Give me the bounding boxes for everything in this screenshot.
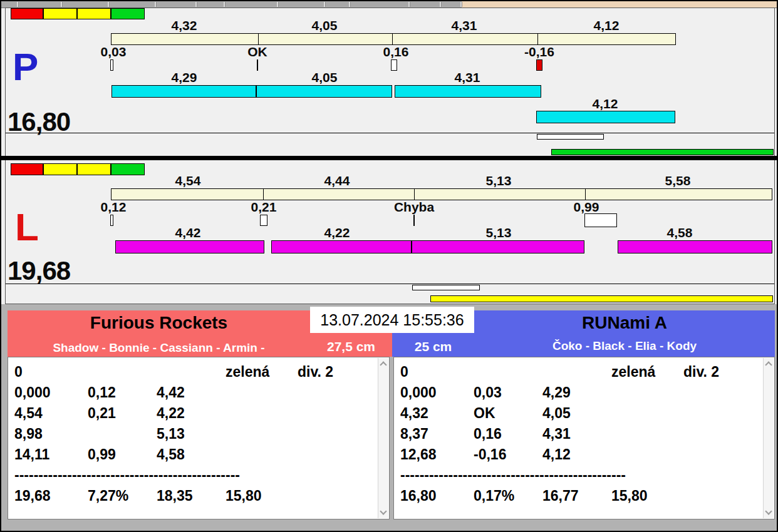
lane-L-run-time-label: 4,22 [324, 226, 350, 239]
lane-P-progress-bar [551, 149, 774, 155]
lane-L-split-time-label: 4,44 [324, 174, 350, 187]
lane-P-run-time-label: 4,05 [312, 71, 338, 84]
scroll-up-icon[interactable] [380, 361, 386, 368]
lane-P-run-bar [112, 85, 256, 98]
lane-L-deviation-label: 0,12 [101, 200, 127, 213]
lane-L-deviation-mark [413, 215, 415, 226]
log-cell: ----------------------------------------… [14, 468, 240, 483]
log-cell: 15,80 [226, 489, 262, 503]
lane-P-split-time-label: 4,32 [172, 19, 197, 32]
team-right-dogs: Čoko - Black - Elia - Kody [474, 340, 775, 352]
lane-L-run-bar [271, 240, 412, 253]
lane-L-status-square [11, 163, 43, 175]
lane-L-baseline [6, 284, 774, 284]
log-cell: 0 [400, 365, 408, 379]
lane-P-deviation-label: 0,03 [101, 45, 127, 58]
scale-tick [392, 34, 393, 44]
log-cell: 4,58 [157, 448, 185, 462]
scroll-up-icon[interactable] [765, 361, 772, 368]
lane-P-split-time-label: 4,05 [312, 19, 338, 32]
lane-L-run-bar [412, 240, 584, 253]
lane-L-split-time-label: 4,54 [175, 174, 201, 187]
lane-L-marker-outline [412, 285, 480, 290]
lane-P-run-time-label: 4,31 [455, 71, 480, 84]
lane-L-deviation-mark [260, 215, 267, 226]
lane-L-deviation-label: 0,21 [251, 200, 277, 213]
top-strip-divider [324, 2, 326, 7]
scale-tick [414, 189, 415, 200]
log-cell: 4,31 [542, 427, 571, 441]
scale-tick [258, 34, 259, 44]
lane-P-split-scale-bar [111, 33, 676, 45]
team-left-log[interactable]: 0zelenádiv. 20,0000,124,424,540,214,228,… [8, 357, 390, 519]
log-cell: 4,54 [14, 406, 43, 421]
lane-L-split-scale-bar [111, 188, 772, 200]
top-strip-divider [277, 2, 279, 7]
scroll-down-icon[interactable] [380, 508, 386, 514]
top-strip-divider [108, 2, 110, 7]
log-scrollbar[interactable] [763, 358, 774, 518]
log-cell: 7,27% [88, 489, 128, 503]
lane-L-split-time-label: 5,13 [486, 174, 512, 187]
log-cell: 15,80 [611, 489, 648, 503]
log-cell: 0,000 [400, 386, 437, 400]
lane-P-deviation-mark [536, 59, 542, 71]
team-right-name: RUNami A [474, 314, 775, 332]
scale-tick [263, 189, 264, 200]
log-cell: 0,03 [474, 386, 502, 400]
top-strip-divider [408, 2, 410, 7]
lane-P-split-time-label: 4,31 [452, 19, 477, 32]
lane-P-run-bar [536, 111, 675, 123]
lane-P-total-time: 16,80 [8, 110, 70, 135]
lane-P-status-square [43, 8, 77, 19]
top-strip-tan-segment [462, 1, 777, 8]
app-window: 4,324,054,314,120,03OK0,16-0,164,294,054… [0, 0, 778, 532]
team-right-jump-height: 25 cm [392, 340, 474, 353]
lane-L-total-time: 19,68 [8, 259, 70, 284]
lane-L-run-bar [618, 240, 772, 253]
log-cell: div. 2 [683, 365, 719, 379]
log-cell: 4,32 [400, 406, 428, 421]
top-strip-divider [195, 2, 197, 7]
log-cell: OK [474, 406, 495, 421]
team-left-dogs: Shadow - Bonnie - Cassiann - Armin - [8, 342, 310, 354]
log-cell: 14,11 [14, 448, 49, 462]
log-cell: 0,000 [14, 386, 51, 400]
lane-L-deviation-label: Chyba [394, 200, 434, 213]
log-cell: 0,12 [88, 386, 116, 400]
lane-L-run-time-label: 4,42 [175, 226, 201, 239]
log-cell: 5,13 [157, 427, 185, 441]
lane-P-split-time-label: 4,12 [594, 19, 620, 32]
top-strip-divider [61, 2, 63, 7]
log-cell: -0,16 [474, 448, 506, 462]
log-scrollbar[interactable] [378, 358, 388, 518]
lane-P-baseline [6, 133, 774, 133]
log-cell: zelená [611, 365, 655, 379]
lane-P-deviation-mark [257, 59, 258, 71]
lane-L-status-square [111, 163, 145, 175]
scroll-down-icon[interactable] [765, 508, 772, 514]
log-cell: 4,22 [157, 406, 185, 421]
team-right-log[interactable]: 0zelenádiv. 20,0000,034,294,32OK4,058,37… [393, 357, 775, 519]
log-cell: 4,12 [542, 448, 571, 462]
lane-P-run-bar [395, 85, 541, 98]
top-strip-divider [224, 2, 226, 7]
top-strip-divider [440, 2, 442, 7]
lane-P-status-square [11, 8, 43, 19]
lane-P-run-time-label: 4,12 [593, 97, 618, 110]
scale-tick [537, 34, 538, 44]
log-cell: 4,42 [157, 386, 185, 400]
log-cell: 0,16 [474, 427, 502, 441]
log-cell: 4,29 [542, 386, 571, 400]
scale-tick [585, 189, 586, 200]
lane-P-status-square [77, 8, 111, 19]
log-cell: 0,99 [88, 448, 116, 462]
lane-P-deviation-mark [391, 59, 397, 71]
top-strip-divider [155, 2, 157, 7]
lane-L-split-time-label: 5,58 [665, 174, 691, 187]
log-cell: 16,77 [542, 489, 579, 503]
lane-L-status-square [77, 163, 111, 175]
lane-P-deviation-label: -0,16 [524, 45, 554, 58]
log-cell: ----------------------------------------… [400, 468, 626, 483]
lane-L-run-time-label: 4,58 [667, 226, 693, 239]
